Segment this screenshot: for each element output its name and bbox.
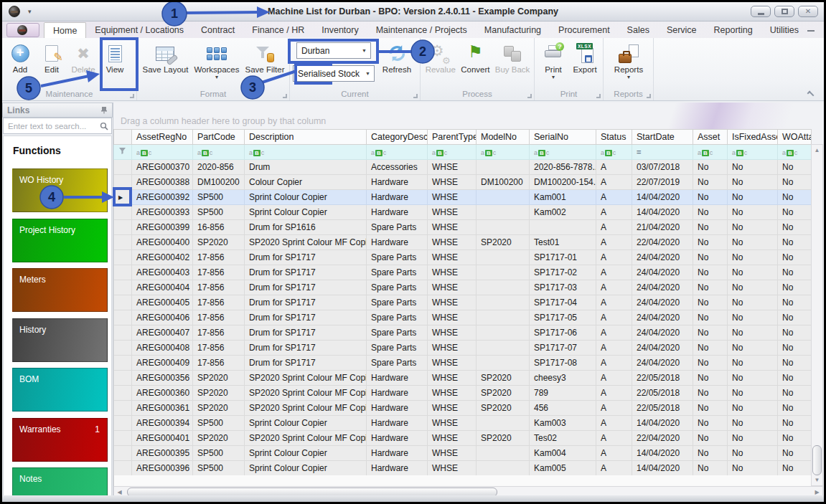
grid-cell[interactable]: WHSE [428, 416, 477, 431]
grid-cell[interactable]: SP1717-08 [530, 356, 596, 371]
grid-cell[interactable]: No [693, 310, 728, 325]
column-header-status[interactable]: Status [596, 130, 632, 145]
function-button-notes[interactable]: Notes [12, 467, 108, 496]
function-button-project-history[interactable]: Project History [12, 219, 108, 262]
grid-cell[interactable]: SP1717-05 [530, 310, 596, 325]
grid-cell[interactable]: 14/04/2020 [632, 461, 693, 476]
grid-cell[interactable]: No [693, 295, 728, 310]
grid-cell[interactable]: 24/04/2020 [632, 295, 693, 310]
grid-cell[interactable]: WHSE [428, 295, 477, 310]
site-combo[interactable]: Durban ▼ [296, 42, 371, 59]
table-row[interactable]: AREG000393SP500Sprint Colour CopierHardw… [114, 205, 812, 220]
grid-cell[interactable]: Spare Parts [367, 295, 428, 310]
dialog-launcher-icon[interactable] [283, 94, 287, 98]
grid-cell[interactable]: SP1717-06 [530, 325, 596, 341]
grid-cell[interactable]: Drum for SP1717 [245, 356, 367, 371]
table-row[interactable]: AREG000360SP2020SP2020 Sprint Colour MF … [114, 386, 812, 401]
grid-cell[interactable]: No [693, 416, 728, 431]
save-filter-button[interactable]: Save Filter [243, 39, 288, 80]
grid-cell[interactable]: 22/07/2019 [632, 175, 693, 190]
grid-cell[interactable]: Colour Copier [245, 175, 367, 190]
grid-cell[interactable]: No [728, 416, 778, 431]
grid-cell[interactable]: No [778, 220, 812, 235]
grid-cell[interactable]: No [693, 250, 728, 265]
grid-cell[interactable]: AREG000393 [132, 205, 193, 220]
grid-cell[interactable]: AREG000356 [132, 371, 193, 386]
tab-finance-hr[interactable]: Finance / HR [243, 23, 313, 38]
grid-cell[interactable]: SP2020 Sprint Colour MF Copier [245, 386, 367, 401]
grid-cell[interactable]: 17-856 [193, 325, 245, 341]
grid-cell[interactable]: WHSE [428, 265, 477, 280]
grid-cell[interactable]: AREG000406 [132, 310, 193, 325]
grid-cell[interactable]: No [778, 356, 812, 371]
grid-cell[interactable] [477, 446, 530, 461]
tab-reporting[interactable]: Reporting [705, 23, 761, 38]
vertical-scrollbar[interactable]: ▲ ▼ [811, 144, 823, 486]
column-header-startdate[interactable]: StartDate [632, 130, 693, 145]
grid-cell[interactable]: No [728, 341, 778, 356]
grid-cell[interactable]: SP1717-01 [530, 250, 596, 265]
tab-contract[interactable]: Contract [192, 23, 243, 38]
grid-cell[interactable]: Accessories [367, 160, 428, 175]
table-row[interactable]: ▶AREG000392SP500Sprint Colour CopierHard… [114, 190, 812, 205]
grid-cell[interactable]: Hardware [367, 416, 428, 431]
grid-cell[interactable]: No [778, 175, 812, 190]
grid-cell[interactable]: SP1717-07 [530, 341, 596, 356]
function-button-history[interactable]: History [12, 318, 108, 362]
grid-cell[interactable]: WHSE [428, 250, 477, 265]
grid-cell[interactable]: No [693, 386, 728, 401]
dialog-launcher-icon[interactable] [413, 94, 418, 98]
grid-cell[interactable]: No [778, 446, 812, 461]
grid-cell[interactable]: No [693, 325, 728, 341]
grid-cell[interactable]: 17-856 [193, 310, 245, 325]
grid-cell[interactable]: No [778, 295, 812, 310]
column-header-categorydesc[interactable]: CategoryDesc [367, 130, 428, 145]
grid-cell[interactable]: WHSE [428, 175, 477, 190]
grid-cell[interactable]: A [596, 160, 632, 175]
mdi-minimize-icon[interactable] [807, 30, 815, 32]
pin-icon[interactable] [100, 106, 108, 114]
filter-cell-partcode[interactable]: aBc [193, 145, 245, 160]
grid-cell[interactable]: SP2020 Sprint Colour MF Copier [245, 235, 367, 250]
grid-cell[interactable]: SP2020 [193, 431, 245, 446]
grid-cell[interactable]: No [778, 461, 812, 476]
grid-cell[interactable]: AREG000388 [132, 175, 193, 190]
grid-cell[interactable]: Drum [245, 160, 367, 175]
print-button[interactable]: ? Print ▾ [538, 39, 569, 80]
grid-cell[interactable] [477, 190, 530, 205]
function-button-meters[interactable]: Meters [12, 268, 108, 312]
grid-cell[interactable]: A [596, 341, 632, 356]
workspaces-button[interactable]: Workspaces ▾ [191, 39, 242, 80]
grid-cell[interactable]: A [596, 295, 632, 310]
grid-cell[interactable]: Hardware [367, 190, 428, 205]
grid-cell[interactable]: Sprint Colour Copier [245, 190, 367, 205]
grid-cell[interactable]: Spare Parts [367, 250, 428, 265]
grid-cell[interactable]: A [596, 235, 632, 250]
grid-cell[interactable]: WHSE [428, 325, 477, 341]
table-row[interactable]: AREG000388DM100200Colour CopierHardwareW… [114, 175, 812, 190]
grid-cell[interactable]: 21/04/2020 [632, 220, 693, 235]
table-row[interactable]: AREG00040817-856Drum for SP1717Spare Par… [114, 341, 812, 356]
grid-cell[interactable]: No [693, 356, 728, 371]
grid-cell[interactable]: WHSE [428, 461, 477, 476]
grid-cell[interactable]: Test01 [530, 235, 596, 250]
grid-cell[interactable]: AREG000400 [132, 235, 193, 250]
grid-cell[interactable]: A [596, 310, 632, 325]
grid-cell[interactable]: AREG000404 [132, 280, 193, 295]
grid-cell[interactable]: SP2020 [477, 401, 530, 416]
dialog-launcher-icon[interactable] [647, 94, 651, 98]
column-header-partcode[interactable]: PartCode [193, 130, 245, 145]
search-icon[interactable] [100, 122, 108, 130]
grid-cell[interactable]: WHSE [428, 356, 477, 371]
column-header-asset[interactable]: Asset [693, 130, 728, 145]
grid-cell[interactable]: SP500 [193, 190, 245, 205]
grid-cell[interactable] [477, 325, 530, 341]
grid-cell[interactable]: AREG000360 [132, 386, 193, 401]
grid-cell[interactable]: Spare Parts [367, 356, 428, 371]
grid-cell[interactable]: Spare Parts [367, 310, 428, 325]
column-header-isfixedasset[interactable]: IsFixedAsset [728, 130, 778, 145]
grid-cell[interactable]: SP500 [193, 416, 245, 431]
grid-cell[interactable] [477, 220, 530, 235]
export-button[interactable]: XLSX Export [569, 39, 601, 80]
ribbon-collapse-icon[interactable] [807, 91, 815, 98]
